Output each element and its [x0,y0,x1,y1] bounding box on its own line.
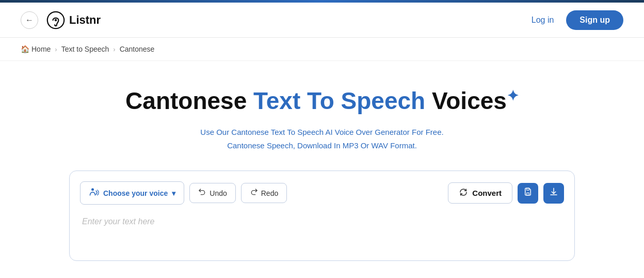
download-icon [549,187,558,199]
undo-button[interactable]: Undo [189,183,235,203]
convert-label: Convert [472,189,502,197]
hero-title: Cantonese Text To Speech Voices✦ [125,87,519,115]
breadcrumb-current-page: Cantonese [120,45,155,53]
breadcrumb-home-label: Home [31,45,51,53]
choose-voice-button[interactable]: Choose your voice ▾ [80,181,184,205]
toolbar: Choose your voice ▾ Undo [80,181,564,205]
main-content: Cantonese Text To Speech Voices✦ Use Our… [0,61,644,276]
download-button[interactable] [543,183,564,204]
breadcrumb-separator-1: › [55,45,57,53]
undo-icon [198,188,206,198]
redo-icon [250,188,258,198]
save-icon [523,187,533,199]
svg-rect-4 [527,188,529,190]
header-left: ← Listnr [21,11,101,29]
undo-label: Undo [210,189,227,197]
breadcrumb-separator-2: › [113,45,115,53]
header: ← Listnr Log in Sign up [0,3,644,38]
voice-icon [89,187,99,199]
hero-subtitle-line1: Use Our Cantonese Text To Speech AI Voic… [200,128,443,136]
save-button[interactable] [518,183,538,204]
text-input[interactable] [80,213,564,258]
header-right: Log in Sign up [532,10,623,30]
breadcrumb: 🏠 Home › Text to Speech › Cantonese [0,38,644,61]
voice-svg-icon [89,187,99,197]
redo-button[interactable]: Redo [241,183,287,203]
logo-text: Listnr [69,13,101,27]
hero-title-part1: Cantonese [125,87,253,114]
svg-point-1 [55,19,57,21]
hero-title-part2: Voices [425,87,507,114]
convert-button[interactable]: Convert [448,182,512,204]
voice-dropdown-icon: ▾ [172,189,175,197]
choose-voice-label: Choose your voice [103,189,168,197]
hero-subtitle-line2: Cantonese Speech, Download In MP3 Or WAV… [227,141,417,150]
logo-icon [46,11,65,29]
redo-label: Redo [261,189,278,197]
tool-box: Choose your voice ▾ Undo [69,171,575,261]
home-icon: 🏠 [21,45,29,53]
hero-subtitle: Use Our Cantonese Text To Speech AI Voic… [200,126,443,152]
convert-icon [459,188,468,198]
svg-point-2 [91,189,94,191]
breadcrumb-home[interactable]: 🏠 Home [21,45,51,53]
signup-button[interactable]: Sign up [566,10,623,30]
login-button[interactable]: Log in [532,16,554,25]
logo[interactable]: Listnr [46,11,101,29]
back-button[interactable]: ← [21,11,38,29]
sparkle-icon: ✦ [507,88,519,104]
hero-title-blue: Text To Speech [253,87,425,114]
breadcrumb-text-to-speech[interactable]: Text to Speech [61,45,109,53]
